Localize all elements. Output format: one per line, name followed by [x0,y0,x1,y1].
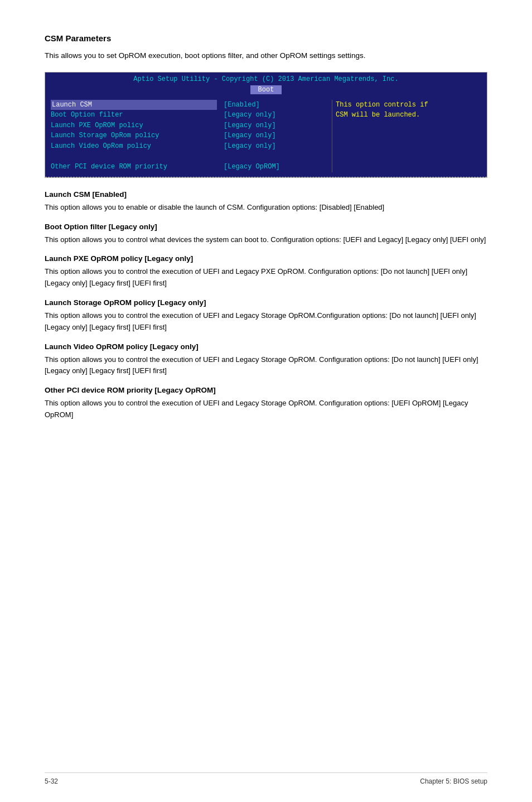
bios-help-line2: CSM will be launched. [336,111,420,119]
bios-item-boot-option: Boot Option filter [51,111,123,119]
bios-value-storage: [Legacy only] [224,132,276,139]
footer-page-number: 5-32 [45,777,58,785]
footer-chapter: Chapter 5: BIOS setup [420,777,487,785]
intro-text: This allows you to set OpROM execution, … [45,50,487,62]
doc-body-launch-csm: This option allows you to enable or disa… [45,202,487,214]
bios-left-column: Launch CSM Boot Option filter Launch PXE… [47,100,220,172]
bios-item-storage: Launch Storage OpRom policy [51,132,159,139]
doc-title-video: Launch Video OpROM policy [Legacy only] [45,342,487,351]
doc-section-boot-option: Boot Option filter [Legacy only] This op… [45,223,487,246]
doc-section-other-pci: Other PCI device ROM priority [Legacy Op… [45,386,487,421]
doc-body-video: This option allows you to control the ex… [45,354,487,378]
bios-tab-boot: Boot [250,85,282,94]
doc-section-storage: Launch Storage OpROM policy [Legacy only… [45,298,487,334]
doc-title-boot-option: Boot Option filter [Legacy only] [45,223,487,231]
doc-section-pxe: Launch PXE OpROM policy [Legacy only] Th… [45,254,487,289]
doc-body-boot-option: This option allows you to control what d… [45,234,487,246]
bios-header: Aptio Setup Utility - Copyright (C) 2013… [45,73,487,84]
bios-divider [45,177,487,177]
bios-item-video: Launch Video OpRom policy [51,142,151,150]
section-title: CSM Parameters [45,33,487,43]
bios-value-boot: [Legacy only] [224,111,276,119]
bios-value-csm: [Enabled] [224,101,260,109]
doc-body-storage: This option allows you to control the ex… [45,310,487,334]
bios-item-launch-csm: Launch CSM [51,100,217,110]
bios-content: Launch CSM Boot Option filter Launch PXE… [45,96,487,177]
bios-right-column: This option controls if CSM will be laun… [332,100,485,172]
bios-screenshot-box: Aptio Setup Utility - Copyright (C) 2013… [45,72,487,178]
bios-item-pxe: Launch PXE OpROM policy [51,122,143,129]
doc-title-other-pci: Other PCI device ROM priority [Legacy Op… [45,386,487,394]
bios-middle-column: [Enabled] [Legacy only] [Legacy only] [L… [220,100,332,172]
bios-value-video: [Legacy only] [224,142,276,150]
bios-help-line1: This option controls if [336,101,428,109]
doc-section-launch-csm: Launch CSM [Enabled] This option allows … [45,190,487,214]
page-container: CSM Parameters This allows you to set Op… [0,0,532,475]
bios-value-pxe: [Legacy only] [224,122,276,129]
doc-body-pxe: This option allows you to control the ex… [45,266,487,289]
bios-item-other-pci: Other PCI device ROM priority [51,163,167,171]
bios-tab-row: Boot [45,84,487,96]
doc-section-video: Launch Video OpROM policy [Legacy only] … [45,342,487,378]
doc-title-storage: Launch Storage OpROM policy [Legacy only… [45,298,487,307]
bios-value-other-pci: [Legacy OpROM] [224,163,280,171]
page-footer: 5-32 Chapter 5: BIOS setup [45,772,487,785]
doc-title-pxe: Launch PXE OpROM policy [Legacy only] [45,254,487,263]
doc-title-launch-csm: Launch CSM [Enabled] [45,190,487,199]
doc-body-other-pci: This option allows you to control the ex… [45,398,487,421]
